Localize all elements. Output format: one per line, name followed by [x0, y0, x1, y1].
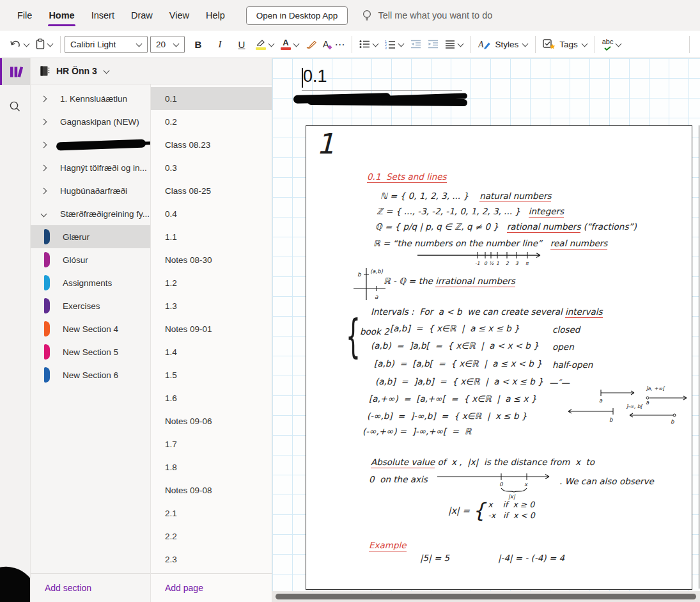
subsection-row[interactable]: New Section 6	[31, 363, 150, 386]
svg-text:A: A	[478, 40, 484, 49]
subsection-row[interactable]: Exercises	[31, 294, 150, 317]
ink-page[interactable]: -1 0 ½ 1 2 3 π b a (a,b) { a ]a, +∞[ a	[306, 125, 692, 590]
paste-button[interactable]	[33, 36, 56, 52]
chevron-right-icon[interactable]	[38, 189, 49, 193]
page-row[interactable]: Class 08-25	[151, 179, 272, 202]
chevron-down-icon[interactable]	[38, 212, 49, 216]
spell-check-icon: abc	[602, 38, 614, 51]
menu-tab-file[interactable]: File	[9, 0, 40, 31]
paragraph-alignment-button[interactable]	[442, 38, 467, 51]
page-label: 1.8	[165, 463, 177, 472]
note-segment: ℕ = { 0, 1, 2, 3, ... }	[380, 191, 479, 201]
section-row[interactable]: Stærðfræðigreining fy...	[31, 202, 150, 225]
horizontal-scrollbar[interactable]	[272, 591, 700, 602]
menu-tab-help[interactable]: Help	[198, 0, 233, 31]
highlighter-button[interactable]	[253, 36, 277, 52]
bullet-list-button[interactable]	[356, 37, 382, 51]
undo-icon	[10, 39, 21, 49]
page-row[interactable]: 1.6	[151, 386, 272, 409]
font-size-select[interactable]: 20	[150, 36, 185, 53]
page-row[interactable]: Notes 09-01	[151, 317, 272, 340]
page-row[interactable]: 0.4	[151, 202, 272, 225]
font-name-select[interactable]: Calibri Light	[65, 36, 148, 53]
more-options-button[interactable]: ⋯	[332, 38, 348, 51]
page-row[interactable]: 1.1	[151, 225, 272, 248]
add-page-button[interactable]: Add page	[151, 573, 272, 602]
page-label: 2.2	[165, 532, 177, 541]
tags-button[interactable]: Tags	[540, 36, 591, 52]
page-row[interactable]: 1.5	[151, 363, 272, 386]
subsection-row[interactable]: New Section 4	[31, 317, 150, 340]
italic-button[interactable]: I	[212, 39, 228, 50]
note-segment: open	[552, 342, 574, 352]
note-segment: ℝ = “the numbers on the number line”	[373, 238, 550, 248]
chevron-right-icon[interactable]	[38, 120, 49, 124]
styles-button[interactable]: A Styles	[475, 36, 531, 52]
undo-button[interactable]	[6, 36, 33, 52]
section-row[interactable]: Hagnýt tölfræði og in...	[31, 156, 150, 179]
page-list: 0.10.2Class 08.230.3Class 08-250.41.1Not…	[151, 84, 272, 573]
note-segment: intervals	[565, 306, 603, 318]
section-color-tab	[44, 344, 50, 360]
page-row[interactable]: Notes 09-08	[151, 479, 272, 502]
chevron-right-icon[interactable]	[38, 143, 49, 147]
font-color-button[interactable]: A	[277, 36, 302, 52]
font-color-icon: A	[281, 39, 291, 50]
horizontal-scrollbar-thumb[interactable]	[276, 594, 696, 599]
subsection-row[interactable]: Assignments	[31, 271, 150, 294]
menu-tab-view[interactable]: View	[161, 0, 198, 31]
increase-indent-button[interactable]	[424, 37, 442, 51]
notebook-header[interactable]: HR Önn 3	[31, 58, 272, 84]
page-row[interactable]: 1.8	[151, 455, 272, 479]
note-canvas[interactable]: 0.1 -1 0 ½ 1 2 3 π b a (a,b) {	[272, 58, 700, 602]
format-painter-button[interactable]	[302, 36, 320, 52]
chevron-down-icon	[522, 40, 529, 47]
add-section-button[interactable]: Add section	[31, 573, 150, 602]
page-title[interactable]: 0.1	[303, 67, 327, 86]
chevron-right-icon[interactable]	[38, 97, 49, 101]
section-row[interactable]: 1. Kennsluáætlun	[31, 87, 150, 110]
clear-formatting-button[interactable]: A	[320, 36, 332, 52]
underline-button[interactable]: U	[234, 39, 249, 50]
subsection-label: Exercises	[63, 301, 100, 311]
subsection-row[interactable]: New Section 5	[31, 340, 150, 363]
bold-button[interactable]: B	[191, 39, 206, 50]
page-row[interactable]: Notes 09-06	[151, 409, 272, 432]
page-row[interactable]: 1.4	[151, 340, 272, 363]
page-row[interactable]: 1.3	[151, 294, 272, 317]
spell-check-button[interactable]: abc	[599, 36, 625, 53]
page-row[interactable]: 1.2	[151, 271, 272, 294]
decrease-indent-button[interactable]	[407, 37, 424, 51]
section-color-tab	[44, 321, 50, 337]
section-color-tab	[44, 367, 50, 383]
page-row[interactable]: 0.3	[151, 156, 272, 179]
notebooks-rail-button[interactable]	[0, 58, 30, 85]
page-row[interactable]: 1.7	[151, 432, 272, 455]
open-in-desktop-app-button[interactable]: Open in Desktop App	[246, 6, 348, 25]
subsection-row[interactable]: Glærur	[31, 225, 150, 248]
note-line: . We can also observe	[559, 477, 654, 486]
search-rail-button[interactable]	[0, 100, 30, 113]
menu-tab-draw[interactable]: Draw	[123, 0, 161, 31]
section-row[interactable]	[31, 133, 150, 156]
note-line: Absolute value of x , |x| is the distanc…	[371, 457, 595, 467]
subsection-row[interactable]: Glósur	[31, 248, 150, 271]
page-row[interactable]: 0.2	[151, 110, 272, 133]
page-row[interactable]: 2.3	[151, 548, 272, 571]
svg-text:3: 3	[385, 46, 387, 49]
section-row[interactable]: Hugbúnaðarfræði	[31, 179, 150, 202]
tell-me-box[interactable]: Tell me what you want to do	[362, 9, 492, 22]
page-row[interactable]: 2.1	[151, 502, 272, 525]
page-row[interactable]: Class 08.23	[151, 133, 272, 156]
section-row[interactable]: Gagnaskipan (NEW)	[31, 110, 150, 133]
menu-tab-home[interactable]: Home	[40, 0, 82, 31]
note-segment: integers	[529, 206, 564, 218]
numbered-list-button[interactable]: 1 2 3	[382, 37, 407, 52]
page-row[interactable]: 0.1	[151, 87, 272, 110]
page-row[interactable]: Notes 08-30	[151, 248, 272, 271]
divider	[595, 36, 595, 53]
chevron-down-icon	[136, 40, 143, 47]
menu-tab-insert[interactable]: Insert	[83, 0, 123, 31]
chevron-right-icon[interactable]	[38, 166, 49, 170]
page-row[interactable]: 2.2	[151, 525, 272, 548]
